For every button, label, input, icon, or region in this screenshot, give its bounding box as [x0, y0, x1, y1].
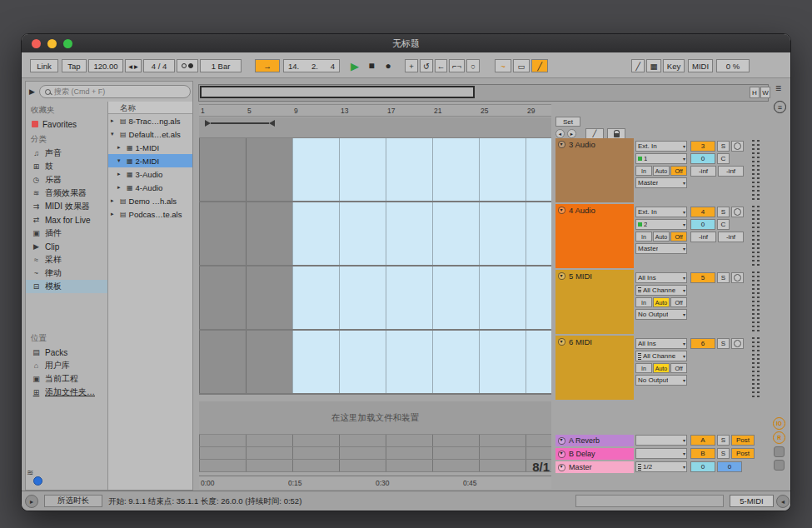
next-locator-button[interactable]: ▸: [567, 129, 576, 138]
monitor-auto-button[interactable]: Auto: [653, 232, 670, 242]
nudge-buttons[interactable]: ◂▸: [125, 59, 142, 72]
monitor-auto-button[interactable]: Auto: [653, 297, 670, 307]
return-badge[interactable]: B: [690, 448, 715, 459]
minimize-button[interactable]: [47, 39, 57, 48]
pan-field[interactable]: C: [717, 219, 730, 230]
tree-arrow-icon[interactable]: ▸: [111, 197, 117, 204]
solo-button[interactable]: S: [717, 141, 730, 152]
tree-arrow-icon[interactable]: ▸: [111, 117, 117, 124]
unfold-track-icon[interactable]: [558, 141, 565, 148]
back-to-arrangement-button[interactable]: ←: [435, 59, 447, 72]
solo-button[interactable]: S: [717, 207, 730, 217]
master-header[interactable]: Master: [555, 461, 634, 473]
loop-end-marker[interactable]: [269, 120, 275, 127]
track-lane-4-audio[interactable]: [199, 202, 551, 266]
loop-start-marker[interactable]: [205, 120, 211, 127]
arrangement-overview[interactable]: H W: [198, 84, 769, 102]
sidebar-item-plugins[interactable]: ▣插件: [26, 227, 107, 240]
monitor-in-button[interactable]: In: [635, 232, 652, 242]
track-name[interactable]: 3 Audio: [569, 140, 595, 149]
close-button[interactable]: [32, 39, 41, 48]
draw-mode-button[interactable]: ▭: [513, 59, 530, 72]
tree-arrow-icon[interactable]: ▸: [117, 171, 124, 177]
help-icon[interactable]: [33, 476, 42, 486]
sidebar-item-clips[interactable]: ▶Clip: [26, 240, 107, 253]
return-badge[interactable]: A: [690, 435, 715, 446]
return-name[interactable]: B Delay: [569, 450, 595, 458]
monitor-in-button[interactable]: In: [635, 297, 652, 307]
computer-midi-keyboard-icon[interactable]: ▦: [646, 59, 661, 72]
punch-buttons[interactable]: ⌐¬: [449, 59, 465, 72]
overdub-button[interactable]: ↺: [420, 59, 433, 72]
zoom-button[interactable]: [63, 39, 72, 48]
sidebar-item-instruments[interactable]: ◷乐器: [26, 173, 107, 187]
volume-field[interactable]: 0: [690, 153, 715, 164]
master-volume-field[interactable]: 0: [717, 461, 742, 472]
monitor-off-button[interactable]: Off: [670, 363, 687, 373]
monitor-off-button[interactable]: Off: [670, 297, 687, 307]
bar-ruler[interactable]: 1 5 9 13 17 21 25 29: [199, 104, 551, 117]
tree-arrow-icon[interactable]: ▾: [117, 157, 124, 164]
search-box[interactable]: [39, 85, 191, 98]
file-list-header[interactable]: 名称: [108, 102, 192, 114]
pencil-icon[interactable]: ╱: [631, 59, 645, 72]
set-locator-button[interactable]: Set: [555, 117, 580, 127]
return-output-select[interactable]: [635, 448, 687, 459]
file-item[interactable]: ▸▦1-MIDI: [108, 141, 192, 154]
mixer-toggle-button[interactable]: [774, 446, 785, 457]
record-button[interactable]: ●: [381, 59, 395, 72]
current-track-badge[interactable]: 5-MIDI: [730, 495, 774, 507]
unfold-track-icon[interactable]: [558, 464, 565, 471]
input-type-select[interactable]: Ext. In: [635, 141, 687, 152]
follow-button[interactable]: →: [255, 59, 280, 72]
arm-button[interactable]: [731, 207, 744, 217]
solo-button[interactable]: S: [717, 338, 730, 349]
track-lane-5-midi[interactable]: [199, 266, 551, 331]
nudge-down-icon[interactable]: ◂: [128, 62, 132, 71]
monitor-in-button[interactable]: In: [635, 363, 652, 373]
track-header[interactable]: 5 MIDI: [555, 270, 634, 334]
slope-mode-button[interactable]: ╱: [531, 59, 548, 72]
stop-button[interactable]: ■: [365, 59, 378, 72]
file-item[interactable]: ▸▤Podcas…te.als: [108, 207, 192, 221]
search-input[interactable]: [54, 87, 185, 96]
output-select[interactable]: Master: [635, 243, 687, 254]
return-header[interactable]: B Delay: [555, 448, 634, 460]
groove-pool-icon[interactable]: ≋: [27, 468, 33, 477]
file-item-selected[interactable]: ▾▦2-MIDI: [108, 154, 192, 167]
new-scene-button[interactable]: +: [405, 59, 418, 72]
time-signature-field[interactable]: 4 / 4: [143, 59, 175, 72]
show-info-button[interactable]: ▸: [25, 495, 38, 508]
prev-locator-button[interactable]: ◂: [555, 129, 565, 138]
post-button[interactable]: Post: [731, 435, 755, 446]
track-number-badge[interactable]: 5: [690, 272, 715, 283]
titlebar[interactable]: 无标题: [22, 34, 790, 52]
return-output-select[interactable]: [635, 435, 687, 446]
track-lane-6-midi[interactable]: [199, 331, 551, 395]
unfold-track-icon[interactable]: [558, 451, 565, 458]
volume-field[interactable]: 0: [690, 219, 715, 230]
nudge-up-icon[interactable]: ▸: [134, 62, 138, 71]
sidebar-item-templates[interactable]: ⊟模板: [26, 280, 107, 293]
metronome-button[interactable]: [177, 59, 198, 72]
input-type-select[interactable]: All Ins: [635, 338, 687, 349]
file-item[interactable]: ▾▤Default…et.als: [108, 127, 192, 141]
midi-map-button[interactable]: MIDI: [688, 59, 713, 72]
pan-field[interactable]: C: [717, 153, 730, 164]
post-button[interactable]: Post: [731, 448, 755, 459]
io-toggle-button[interactable]: IO: [773, 417, 785, 430]
track-number-badge[interactable]: 6: [690, 338, 715, 349]
input-type-select[interactable]: Ext. In: [635, 207, 687, 217]
track-name[interactable]: 6 MIDI: [569, 337, 592, 346]
sidebar-item-max-for-live[interactable]: ⇄Max for Live: [26, 213, 107, 227]
arm-button[interactable]: [731, 272, 744, 283]
io-options-icon[interactable]: ≡: [774, 101, 786, 113]
input-channel-select[interactable]: All Channe: [635, 351, 687, 361]
tree-arrow-icon[interactable]: ▸: [117, 144, 124, 151]
sidebar-item-drums[interactable]: ⊞鼓: [26, 160, 107, 173]
link-button[interactable]: Link: [30, 59, 58, 72]
drop-zone[interactable]: 在这里加载文件和装置: [199, 401, 551, 435]
master-name[interactable]: Master: [569, 463, 592, 471]
monitor-in-button[interactable]: In: [635, 166, 652, 176]
monitor-off-button[interactable]: Off: [670, 166, 687, 176]
